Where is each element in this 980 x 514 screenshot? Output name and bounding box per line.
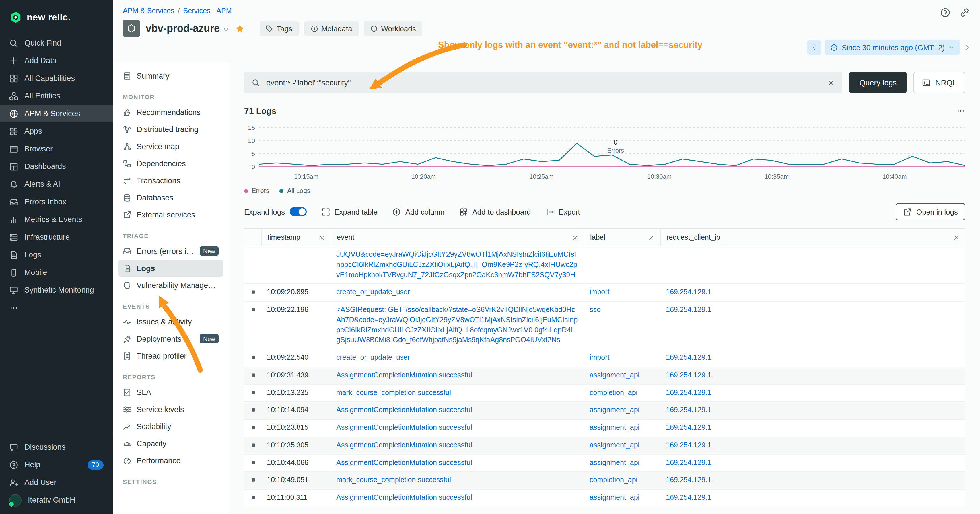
ip-link[interactable]: 169.254.129.1 (666, 288, 711, 296)
metadata-button[interactable]: Metadata (304, 21, 358, 36)
nrql-button[interactable]: NRQL (914, 72, 965, 93)
help-icon[interactable] (940, 7, 950, 18)
table-row[interactable]: JUQVU&code=eyJraWQiOiJjcGItY29yZV8wOTl1M… (244, 247, 965, 284)
table-row[interactable]: 10:10:13.235mark_course_completion succe… (244, 384, 965, 402)
sidebar-item-scalability[interactable]: Scalability (118, 418, 223, 435)
ip-link[interactable]: 169.254.129.1 (666, 406, 711, 414)
table-row[interactable]: 10:09:22.540create_or_update_userimport1… (244, 349, 965, 367)
sidebar-item-help[interactable]: Help70 (0, 456, 113, 474)
sidebar-item-service-map[interactable]: Service map (118, 138, 223, 155)
ip-link[interactable]: 169.254.129.1 (666, 306, 711, 313)
sidebar-item-errors-inbox[interactable]: Errors Inbox (0, 193, 113, 211)
row-marker[interactable] (244, 455, 261, 472)
sidebar-item-databases[interactable]: Databases (118, 189, 223, 206)
sidebar-item-discussions[interactable]: Discussions (0, 438, 113, 456)
ip-link[interactable]: 169.254.129.1 (666, 423, 711, 431)
row-marker[interactable] (244, 350, 261, 367)
event-link[interactable]: AssignmentCompletionMutation successful (336, 371, 472, 379)
clear-query-icon[interactable] (827, 79, 835, 86)
sidebar-item-quick-find[interactable]: Quick Find (0, 34, 113, 52)
sidebar-item-all-entities[interactable]: All Entities (0, 87, 113, 105)
event-link[interactable]: <ASGIRequest: GET '/sso/callback/?state=… (336, 306, 578, 344)
ip-link[interactable]: 169.254.129.1 (666, 493, 711, 501)
time-back-button[interactable] (807, 40, 821, 54)
export-button[interactable]: Export (546, 207, 580, 216)
sidebar-item-recommendations[interactable]: Recommendations (118, 103, 223, 121)
sidebar-item-iterativ-gmbh[interactable]: Iterativ GmbH (0, 491, 113, 509)
row-marker[interactable] (244, 367, 261, 384)
label-link[interactable]: assignment_api (590, 406, 640, 414)
sidebar-item-thread-profiler[interactable]: Thread profiler (118, 347, 223, 364)
sidebar-item-metrics-events[interactable]: Metrics & Events (0, 211, 113, 228)
table-row[interactable]: 10:11:00.311AssignmentCompletionMutation… (244, 489, 965, 507)
permalink-icon[interactable] (959, 7, 970, 18)
favorite-star-icon[interactable] (235, 24, 245, 33)
sidebar-item-apm-services[interactable]: APM & Services (0, 105, 113, 123)
query-logs-button[interactable]: Query logs (849, 72, 907, 93)
entity-name[interactable]: vbv-prod-azure (146, 22, 220, 35)
breadcrumb-link-services-apm[interactable]: Services - APM (183, 7, 232, 15)
time-forward-icon[interactable] (964, 43, 971, 51)
label-link[interactable]: completion_api (590, 388, 637, 396)
sidebar-item-more[interactable] (0, 299, 113, 317)
table-row[interactable]: 10:10:49.051mark_course_completion succe… (244, 472, 965, 489)
sidebar-item-dashboards[interactable]: Dashboards (0, 158, 113, 175)
tags-button[interactable]: Tags (259, 21, 299, 36)
add-to-dashboard-button[interactable]: Add to dashboard (459, 207, 531, 216)
label-link[interactable]: assignment_api (590, 493, 640, 501)
remove-column-icon[interactable] (572, 234, 578, 240)
label-link[interactable]: sso (590, 306, 601, 313)
sidebar-item-distributed-tracing[interactable]: Distributed tracing (118, 121, 223, 138)
ip-link[interactable]: 169.254.129.1 (666, 476, 711, 484)
event-link[interactable]: AssignmentCompletionMutation successful (336, 406, 472, 414)
label-link[interactable]: assignment_api (590, 441, 640, 449)
remove-column-icon[interactable] (648, 234, 654, 240)
ip-link[interactable]: 169.254.129.1 (666, 458, 711, 466)
remove-column-icon[interactable] (953, 234, 959, 240)
ip-link[interactable]: 169.254.129.1 (666, 371, 711, 379)
sidebar-item-vulnerability-management[interactable]: Vulnerability Management (118, 277, 223, 294)
table-row[interactable]: 10:09:20.895create_or_update_userimport1… (244, 284, 965, 301)
sidebar-item-capacity[interactable]: Capacity (118, 435, 223, 452)
event-link[interactable]: mark_course_completion successful (336, 388, 451, 396)
sidebar-item-add-user[interactable]: Add User (0, 474, 113, 491)
remove-column-icon[interactable] (319, 234, 325, 240)
add-column-button[interactable]: Add column (392, 207, 444, 216)
sidebar-item-external-services[interactable]: External services (118, 206, 223, 223)
table-row[interactable]: 10:09:31.439AssignmentCompletionMutation… (244, 367, 965, 384)
label-link[interactable]: completion_api (590, 476, 637, 484)
ip-link[interactable]: 169.254.129.1 (666, 388, 711, 396)
row-marker[interactable] (244, 490, 261, 507)
event-link[interactable]: AssignmentCompletionMutation successful (336, 493, 472, 501)
chart-plot-area[interactable]: 0 Errors 10:15am10:20am10:25am10:30am10:… (259, 125, 965, 170)
log-query-input[interactable] (265, 78, 822, 88)
workloads-button[interactable]: Workloads (364, 21, 422, 36)
row-marker[interactable] (244, 472, 261, 489)
table-row[interactable]: 10:10:35.305AssignmentCompletionMutation… (244, 437, 965, 454)
legend-item-errors[interactable]: Errors (244, 187, 269, 194)
event-link[interactable]: AssignmentCompletionMutation successful (336, 423, 472, 431)
expand-table-button[interactable]: Expand table (321, 207, 378, 216)
breadcrumb-link-apm-services[interactable]: APM & Services (123, 7, 175, 15)
table-row[interactable]: 10:10:14.094AssignmentCompletionMutation… (244, 402, 965, 419)
row-marker[interactable] (244, 402, 261, 419)
event-link[interactable]: AssignmentCompletionMutation successful (336, 441, 472, 449)
event-link[interactable]: create_or_update_user (336, 288, 410, 296)
chevron-down-icon[interactable] (223, 26, 229, 33)
table-row[interactable]: 10:10:44.066AssignmentCompletionMutation… (244, 454, 965, 472)
label-link[interactable]: assignment_api (590, 371, 640, 379)
log-query-bar[interactable] (244, 72, 842, 93)
ip-link[interactable]: 169.254.129.1 (666, 441, 711, 449)
sidebar-item-synthetic-monitoring[interactable]: Synthetic Monitoring (0, 281, 113, 299)
time-picker[interactable]: Since 30 minutes ago (GMT+2) (825, 40, 960, 55)
sidebar-item-browser[interactable]: Browser (0, 140, 113, 158)
event-link[interactable]: AssignmentCompletionMutation successful (336, 458, 472, 466)
sidebar-item-summary[interactable]: Summary (118, 67, 223, 84)
row-marker[interactable] (244, 284, 261, 301)
sidebar-item-alerts-ai[interactable]: Alerts & AI (0, 175, 113, 193)
sidebar-item-service-levels[interactable]: Service levels (118, 401, 223, 418)
legend-item-all-logs[interactable]: All Logs (280, 187, 310, 194)
sidebar-item-performance[interactable]: Performance (118, 452, 223, 469)
expand-logs-toggle[interactable] (290, 207, 307, 216)
more-options-icon[interactable] (956, 106, 965, 115)
